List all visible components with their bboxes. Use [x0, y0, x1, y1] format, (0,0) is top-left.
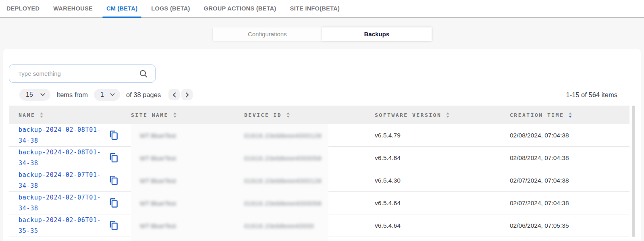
redacted-row: WT BluerTest 01616.23eb8eee4000058: [131, 147, 328, 169]
column-header-creation-time: CREATION TIME: [510, 112, 629, 118]
search-box: [9, 64, 156, 83]
creation-time: 02/08/2024, 07:04:38: [510, 132, 629, 139]
copy-icon[interactable]: [108, 175, 119, 187]
copy-icon[interactable]: [108, 197, 119, 209]
table-area: NAME SITE NAME DEVICE ID SOFTWARE VERSIO…: [9, 106, 635, 237]
software-version: v6.5.4.64: [375, 222, 510, 229]
device-id-redacted: 01616.23eb8eee4000128: [244, 132, 322, 139]
copy-icon[interactable]: [108, 152, 119, 164]
site-name-redacted: WT BluerTest: [140, 200, 176, 207]
creation-time: 02/07/2024, 07:04:38: [510, 199, 629, 207]
sort-icon[interactable]: [173, 112, 177, 118]
sort-icon[interactable]: [446, 112, 449, 118]
chevron-down-icon: [40, 93, 45, 96]
device-id-redacted: 01616.23eb8eee4000058: [244, 200, 322, 207]
chevron-down-icon: [110, 93, 115, 96]
backup-name-link[interactable]: backup-2024-02-06T01-35-35: [19, 215, 102, 237]
search-icon[interactable]: [139, 69, 148, 78]
creation-time: 02/08/2024, 07:04:38: [510, 154, 629, 162]
tab-group-actions-beta[interactable]: GROUP ACTIONS (BETA): [200, 0, 280, 17]
copy-icon[interactable]: [108, 129, 119, 141]
tab-deployed[interactable]: DEPLOYED: [2, 0, 44, 17]
column-header-site-name: SITE NAME: [131, 112, 244, 118]
page-value: 1: [100, 91, 104, 98]
column-header-device-id: DEVICE ID: [244, 112, 375, 118]
copy-icon[interactable]: [108, 220, 119, 232]
site-name-redacted: WT BluerTest: [140, 132, 176, 139]
backups-table: NAME SITE NAME DEVICE ID SOFTWARE VERSIO…: [9, 106, 629, 237]
table-header: NAME SITE NAME DEVICE ID SOFTWARE VERSIO…: [9, 106, 629, 124]
redacted-row: WT BluerTest 01616.23eb8eee4000058: [131, 192, 328, 214]
tab-cm-beta[interactable]: CM (BETA): [102, 0, 141, 17]
sort-icon[interactable]: [40, 112, 43, 118]
software-version: v6.5.4.64: [375, 199, 510, 207]
device-id-redacted: 01616.23eb8eee40000: [244, 222, 314, 229]
column-header-name: NAME: [9, 112, 131, 118]
backup-name-link[interactable]: backup-2024-02-07T01-34-38: [19, 170, 102, 191]
sort-icon[interactable]: [287, 112, 290, 118]
redacted-row: WT BluerTest 01616.23eb8eee40000: [131, 214, 328, 237]
backup-name-link[interactable]: backup-2024-02-08T01-34-38: [19, 125, 102, 146]
backup-name-link[interactable]: backup-2024-02-07T01-34-38: [19, 192, 102, 214]
redacted-blur-band: WT BluerTest 01616.23eb8eee4000128 WT Bl…: [131, 124, 328, 241]
site-name-redacted: WT BluerTest: [140, 155, 176, 162]
items-range-label: 1-15 of 564 items: [566, 91, 618, 99]
sort-icon-active-desc[interactable]: [569, 112, 572, 118]
software-version: v6.5.4.79: [375, 132, 510, 139]
creation-time: 02/07/2024, 07:04:38: [510, 177, 629, 184]
view-toggle-wrap: Configurations Backups: [0, 27, 644, 41]
chevron-right-icon: [185, 92, 189, 98]
redacted-row: WT BluerTest 01616.23eb8eee4000128: [131, 169, 328, 192]
tab-logs-beta[interactable]: LOGS (BETA): [147, 0, 194, 17]
device-id-redacted: 01616.23eb8eee4000058: [244, 155, 322, 162]
page-size-value: 15: [26, 91, 33, 98]
site-name-redacted: WT BluerTest: [140, 177, 176, 184]
backups-card: 15 Items from 1 of 38 pages 1-15 of 564 …: [3, 49, 641, 241]
items-from-label: Items from: [56, 91, 88, 99]
chevron-left-icon: [172, 92, 176, 98]
software-version: v6.5.4.64: [375, 154, 510, 162]
prev-page-button[interactable]: [168, 89, 180, 100]
tab-site-info-beta[interactable]: SITE INFO(BETA): [286, 0, 343, 17]
next-page-button[interactable]: [181, 89, 193, 100]
vertical-scrollbar[interactable]: [632, 106, 635, 237]
site-name-redacted: WT BluerTest: [140, 222, 176, 229]
pagination-bar: 15 Items from 1 of 38 pages 1-15 of 564 …: [9, 89, 635, 101]
toggle-backups[interactable]: Backups: [322, 27, 432, 41]
table-body: backup-2024-02-08T01-34-38 v6.5.4.79 02/…: [9, 124, 629, 237]
redacted-row: WT BluerTest 01616.23eb8eee4000128: [131, 124, 328, 147]
tab-warehouse[interactable]: WAREHOUSE: [49, 0, 97, 17]
creation-time: 02/06/2024, 07:05:35: [510, 222, 629, 229]
top-tab-bar: DEPLOYED WAREHOUSE CM (BETA) LOGS (BETA)…: [0, 0, 644, 18]
page-select[interactable]: 1: [94, 89, 120, 101]
software-version: v6.5.4.30: [375, 177, 510, 184]
toggle-configurations[interactable]: Configurations: [213, 27, 322, 41]
page-size-select[interactable]: 15: [19, 89, 50, 101]
device-id-redacted: 01616.23eb8eee4000128: [244, 177, 322, 184]
pages-count-label: of 38 pages: [126, 91, 161, 99]
backup-name-link[interactable]: backup-2024-02-08T01-34-38: [19, 147, 102, 169]
view-toggle: Configurations Backups: [213, 27, 432, 41]
search-input[interactable]: [9, 70, 155, 77]
column-header-software-version: SOFTWARE VERSION: [375, 112, 510, 118]
